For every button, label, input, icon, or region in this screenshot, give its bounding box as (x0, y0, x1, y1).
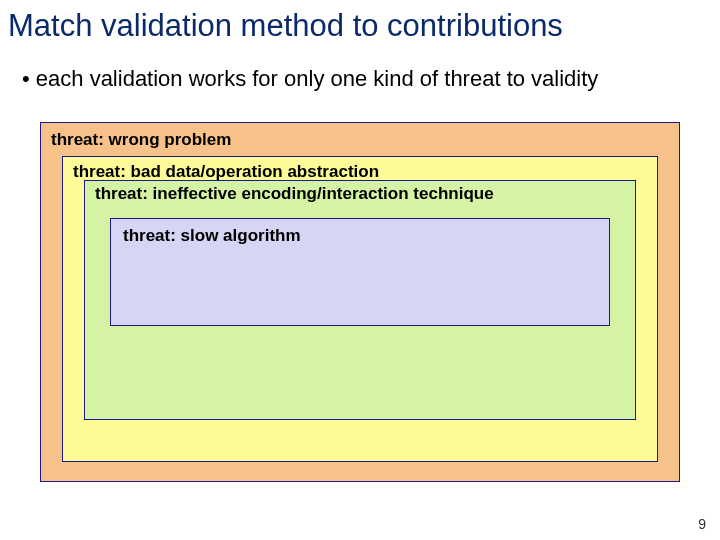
layer-label: threat: wrong problem (51, 131, 231, 150)
layer-label: threat: ineffective encoding/interaction… (95, 185, 494, 204)
slide-title: Match validation method to contributions (8, 8, 563, 44)
layer-label: threat: bad data/operation abstraction (73, 163, 379, 182)
nested-threat-diagram: threat: wrong problem threat: bad data/o… (40, 122, 680, 482)
page-number: 9 (698, 516, 706, 532)
layer-slow-algorithm: threat: slow algorithm (110, 218, 610, 326)
slide: Match validation method to contributions… (0, 0, 720, 540)
bullet-line: • each validation works for only one kin… (22, 66, 598, 92)
layer-label: threat: slow algorithm (123, 227, 301, 246)
